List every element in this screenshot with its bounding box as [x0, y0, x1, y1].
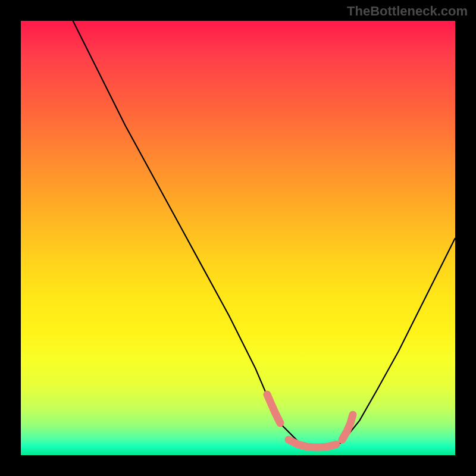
- optimal-band-bottom: [289, 440, 336, 447]
- chart-plot-area: [21, 21, 455, 455]
- bottleneck-curve-path: [73, 21, 455, 446]
- optimal-band-left: [267, 394, 280, 423]
- watermark-text: TheBottleneck.com: [347, 4, 468, 19]
- chart-svg: [21, 21, 455, 455]
- optimal-band-right: [342, 415, 353, 440]
